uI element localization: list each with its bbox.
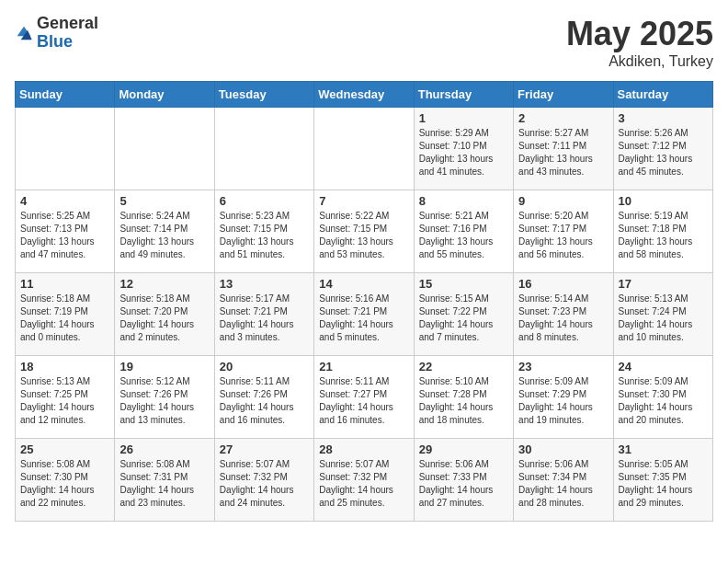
table-row: 16Sunrise: 5:14 AM Sunset: 7:23 PM Dayli… [514,273,613,356]
table-row [314,108,414,190]
table-row [214,108,313,190]
day-info: Sunrise: 5:24 AM Sunset: 7:14 PM Dayligh… [119,210,209,261]
table-row: 29Sunrise: 5:06 AM Sunset: 7:33 PM Dayli… [414,439,513,522]
day-info: Sunrise: 5:15 AM Sunset: 7:22 PM Dayligh… [419,293,508,344]
day-info: Sunrise: 5:13 AM Sunset: 7:24 PM Dayligh… [619,293,708,344]
day-number: 26 [119,442,209,456]
table-row: 7Sunrise: 5:22 AM Sunset: 7:15 PM Daylig… [314,190,414,273]
logo-blue-text: Blue [37,33,98,52]
day-number: 11 [20,277,109,291]
table-row: 25Sunrise: 5:08 AM Sunset: 7:30 PM Dayli… [16,439,115,522]
day-number: 17 [619,277,708,291]
day-info: Sunrise: 5:05 AM Sunset: 7:35 PM Dayligh… [619,458,708,510]
month-title: May 2025 [566,15,713,53]
logo-general-text: General [37,15,98,33]
day-number: 25 [20,442,109,456]
table-row: 3Sunrise: 5:26 AM Sunset: 7:12 PM Daylig… [613,108,712,190]
title-block: May 2025 Akdiken, Turkey [566,15,713,70]
calendar-table: Sunday Monday Tuesday Wednesday Thursday… [15,81,713,522]
day-info: Sunrise: 5:21 AM Sunset: 7:16 PM Dayligh… [419,210,508,261]
day-number: 23 [518,360,608,373]
day-info: Sunrise: 5:13 AM Sunset: 7:25 PM Dayligh… [20,375,109,427]
table-row: 28Sunrise: 5:07 AM Sunset: 7:32 PM Dayli… [314,439,414,522]
day-number: 28 [319,442,408,456]
table-row: 5Sunrise: 5:24 AM Sunset: 7:14 PM Daylig… [115,190,214,273]
day-info: Sunrise: 5:11 AM Sunset: 7:27 PM Dayligh… [319,375,408,427]
day-number: 19 [119,360,209,373]
day-info: Sunrise: 5:29 AM Sunset: 7:10 PM Dayligh… [419,127,508,178]
day-info: Sunrise: 5:07 AM Sunset: 7:32 PM Dayligh… [319,458,408,510]
day-info: Sunrise: 5:08 AM Sunset: 7:31 PM Dayligh… [119,458,209,510]
day-number: 31 [619,442,708,456]
weekday-friday: Friday [514,82,613,108]
table-row: 13Sunrise: 5:17 AM Sunset: 7:21 PM Dayli… [214,273,313,356]
day-info: Sunrise: 5:27 AM Sunset: 7:11 PM Dayligh… [518,127,608,178]
day-number: 4 [20,194,109,208]
day-number: 18 [20,360,109,373]
day-info: Sunrise: 5:20 AM Sunset: 7:17 PM Dayligh… [518,210,608,261]
table-row: 8Sunrise: 5:21 AM Sunset: 7:16 PM Daylig… [414,190,513,273]
page-header: General Blue May 2025 Akdiken, Turkey [15,15,713,70]
weekday-tuesday: Tuesday [214,82,313,108]
day-info: Sunrise: 5:08 AM Sunset: 7:30 PM Dayligh… [20,458,109,510]
table-row: 12Sunrise: 5:18 AM Sunset: 7:20 PM Dayli… [115,273,214,356]
day-number: 22 [419,360,508,373]
day-number: 2 [518,111,608,125]
day-number: 12 [119,277,209,291]
day-number: 10 [619,194,708,208]
table-row: 26Sunrise: 5:08 AM Sunset: 7:31 PM Dayli… [115,439,214,522]
day-number: 27 [220,442,309,456]
day-number: 13 [220,277,309,291]
day-number: 15 [419,277,508,291]
table-row: 14Sunrise: 5:16 AM Sunset: 7:21 PM Dayli… [314,273,414,356]
day-info: Sunrise: 5:19 AM Sunset: 7:18 PM Dayligh… [619,210,708,261]
weekday-thursday: Thursday [414,82,513,108]
table-row: 23Sunrise: 5:09 AM Sunset: 7:29 PM Dayli… [514,356,613,439]
table-row: 11Sunrise: 5:18 AM Sunset: 7:19 PM Dayli… [16,273,115,356]
table-row: 21Sunrise: 5:11 AM Sunset: 7:27 PM Dayli… [314,356,414,439]
table-row: 30Sunrise: 5:06 AM Sunset: 7:34 PM Dayli… [514,439,613,522]
day-info: Sunrise: 5:09 AM Sunset: 7:29 PM Dayligh… [518,375,608,427]
weekday-saturday: Saturday [613,82,712,108]
table-row: 4Sunrise: 5:25 AM Sunset: 7:13 PM Daylig… [16,190,115,273]
table-row: 22Sunrise: 5:10 AM Sunset: 7:28 PM Dayli… [414,356,513,439]
day-info: Sunrise: 5:12 AM Sunset: 7:26 PM Dayligh… [119,375,209,427]
location-title: Akdiken, Turkey [566,53,713,70]
day-number: 6 [220,194,309,208]
table-row: 10Sunrise: 5:19 AM Sunset: 7:18 PM Dayli… [613,190,712,273]
weekday-sunday: Sunday [16,82,115,108]
table-row: 20Sunrise: 5:11 AM Sunset: 7:26 PM Dayli… [214,356,313,439]
logo: General Blue [15,15,98,52]
day-number: 7 [319,194,408,208]
day-info: Sunrise: 5:06 AM Sunset: 7:34 PM Dayligh… [518,458,608,510]
day-number: 29 [419,442,508,456]
day-number: 21 [319,360,408,373]
table-row: 24Sunrise: 5:09 AM Sunset: 7:30 PM Dayli… [613,356,712,439]
day-info: Sunrise: 5:16 AM Sunset: 7:21 PM Dayligh… [319,293,408,344]
day-number: 3 [619,111,708,125]
day-number: 1 [419,111,508,125]
day-info: Sunrise: 5:06 AM Sunset: 7:33 PM Dayligh… [419,458,508,510]
day-info: Sunrise: 5:10 AM Sunset: 7:28 PM Dayligh… [419,375,508,427]
day-info: Sunrise: 5:22 AM Sunset: 7:15 PM Dayligh… [319,210,408,261]
day-info: Sunrise: 5:11 AM Sunset: 7:26 PM Dayligh… [220,375,309,427]
table-row: 31Sunrise: 5:05 AM Sunset: 7:35 PM Dayli… [613,439,712,522]
day-number: 8 [419,194,508,208]
day-info: Sunrise: 5:18 AM Sunset: 7:20 PM Dayligh… [119,293,209,344]
table-row: 1Sunrise: 5:29 AM Sunset: 7:10 PM Daylig… [414,108,513,190]
table-row: 9Sunrise: 5:20 AM Sunset: 7:17 PM Daylig… [514,190,613,273]
table-row: 15Sunrise: 5:15 AM Sunset: 7:22 PM Dayli… [414,273,513,356]
table-row: 17Sunrise: 5:13 AM Sunset: 7:24 PM Dayli… [613,273,712,356]
table-row: 6Sunrise: 5:23 AM Sunset: 7:15 PM Daylig… [214,190,313,273]
day-number: 5 [119,194,209,208]
day-info: Sunrise: 5:25 AM Sunset: 7:13 PM Dayligh… [20,210,109,261]
table-row [115,108,214,190]
day-info: Sunrise: 5:17 AM Sunset: 7:21 PM Dayligh… [220,293,309,344]
weekday-wednesday: Wednesday [314,82,414,108]
calendar-body: 1Sunrise: 5:29 AM Sunset: 7:10 PM Daylig… [16,108,713,522]
day-number: 9 [518,194,608,208]
day-number: 14 [319,277,408,291]
day-number: 16 [518,277,608,291]
day-info: Sunrise: 5:23 AM Sunset: 7:15 PM Dayligh… [220,210,309,261]
day-info: Sunrise: 5:14 AM Sunset: 7:23 PM Dayligh… [518,293,608,344]
